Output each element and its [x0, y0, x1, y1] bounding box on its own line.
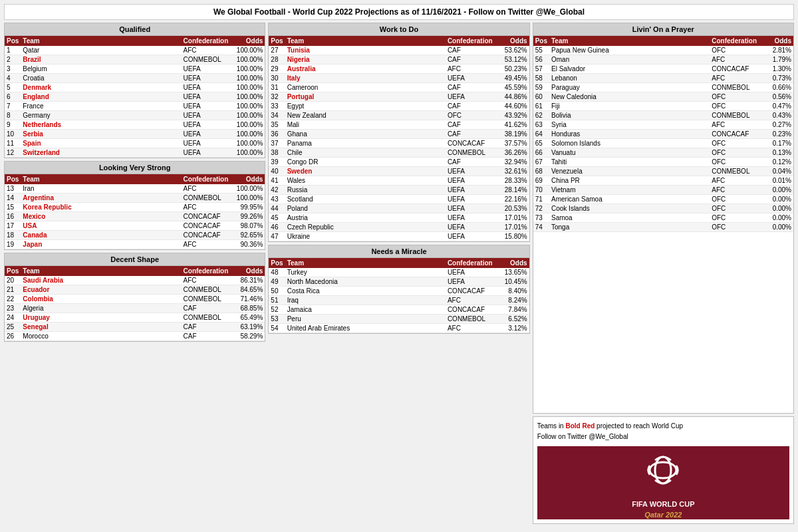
conf-cell: AFC	[710, 55, 759, 65]
pos-cell: 12	[5, 148, 21, 158]
team-cell: Saudi Arabia	[21, 276, 181, 285]
work-to-do-header: Work to Do	[269, 23, 529, 36]
team-cell: Netherlands	[21, 120, 181, 130]
team-cell: Senegal	[21, 323, 181, 332]
conf-cell: OFC	[710, 148, 759, 158]
pos-cell: 35	[269, 120, 285, 130]
table-row: 37 Panama CONCACAF 37.57%	[269, 139, 529, 148]
conf-cell: OFC	[710, 223, 759, 232]
table-row: 61 Fiji OFC 0.47%	[533, 102, 793, 111]
odds-cell: 1.79%	[759, 55, 793, 65]
th-team-q: Team	[21, 36, 181, 46]
odds-cell: 0.66%	[759, 83, 793, 92]
pos-cell: 67	[533, 158, 549, 167]
odds-cell: 37.57%	[495, 139, 529, 148]
pos-cell: 55	[533, 46, 549, 55]
table-row: 19 Japan AFC 90.36%	[5, 240, 265, 249]
odds-cell: 2.81%	[759, 46, 793, 55]
team-cell: Russia	[285, 186, 446, 195]
pos-cell: 53	[269, 315, 285, 324]
table-row: 55 Papua New Guinea OFC 2.81%	[533, 46, 793, 55]
pos-cell: 32	[269, 92, 285, 102]
team-cell: Ecuador	[21, 285, 181, 295]
team-cell: China PR	[549, 176, 710, 186]
odds-cell: 44.60%	[495, 102, 529, 111]
conf-cell: UEFA	[182, 111, 231, 120]
odds-cell: 100.00%	[230, 194, 265, 203]
odds-cell: 100.00%	[230, 184, 265, 194]
odds-cell: 45.59%	[495, 83, 529, 92]
pos-cell: 23	[5, 304, 21, 313]
team-cell: Austria	[285, 213, 446, 223]
odds-cell: 100.00%	[230, 102, 265, 111]
odds-cell: 53.62%	[495, 46, 529, 55]
pos-cell: 2	[5, 55, 21, 65]
table-row: 62 Bolivia CONMEBOL 0.43%	[533, 111, 793, 120]
table-row: 54 United Arab Emirates AFC 3.12%	[269, 324, 529, 333]
team-cell: Congo DR	[285, 158, 446, 167]
pos-cell: 68	[533, 167, 549, 176]
odds-cell: 100.00%	[230, 65, 265, 74]
notes-section: Teams in Bold Red projected to reach Wor…	[533, 416, 794, 524]
table-row: 9 Netherlands UEFA 100.00%	[5, 120, 265, 130]
table-row: 41 Wales UEFA 28.33%	[269, 176, 529, 186]
team-cell: Vanuatu	[549, 148, 710, 158]
team-cell: Japan	[21, 240, 181, 249]
pos-cell: 56	[533, 55, 549, 65]
team-cell: Italy	[285, 74, 446, 83]
team-cell: North Macedonia	[285, 277, 446, 287]
odds-cell: 0.56%	[759, 92, 793, 102]
th-odds-nm: Odds	[495, 258, 529, 268]
pos-cell: 11	[5, 139, 21, 148]
th-odds-lp: Odds	[759, 36, 793, 46]
odds-cell: 22.16%	[495, 195, 529, 204]
team-cell: Honduras	[549, 130, 710, 139]
table-row: 40 Sweden UEFA 32.61%	[269, 167, 529, 176]
table-row: 27 Tunisia CAF 53.62%	[269, 46, 529, 55]
odds-cell: 8.24%	[495, 296, 529, 305]
section-qualified: Qualified Pos Team Confederation Odds 1 …	[4, 23, 265, 158]
pos-cell: 28	[269, 55, 285, 65]
conf-cell: CONMEBOL	[182, 55, 231, 65]
odds-cell: 6.52%	[495, 315, 529, 324]
odds-cell: 99.26%	[230, 212, 265, 221]
table-row: 57 El Salvador CONCACAF 1.30%	[533, 65, 793, 74]
pos-cell: 8	[5, 111, 21, 120]
team-cell: England	[21, 92, 181, 102]
conf-cell: CONMEBOL	[182, 285, 231, 295]
team-cell: Argentina	[21, 194, 181, 203]
conf-cell: UEFA	[182, 102, 231, 111]
conf-cell: CAF	[182, 323, 231, 332]
th-odds-ds: Odds	[230, 266, 265, 276]
team-cell: Morocco	[21, 332, 181, 341]
pos-cell: 4	[5, 74, 21, 83]
odds-cell: 90.36%	[230, 240, 265, 249]
page-wrapper: We Global Football - World Cup 2022 Proj…	[0, 0, 798, 532]
col-3: Livin' On a Prayer Pos Team Confederatio…	[533, 23, 794, 524]
conf-cell: CONMEBOL	[182, 295, 231, 304]
team-cell: Sweden	[285, 167, 446, 176]
th-pos-q: Pos	[5, 36, 21, 46]
pos-cell: 38	[269, 148, 285, 158]
odds-cell: 28.14%	[495, 186, 529, 195]
notes-line2: Follow on Twitter @We_Global	[537, 432, 789, 442]
table-row: 64 Honduras CONCACAF 0.23%	[533, 130, 793, 139]
odds-cell: 0.00%	[759, 204, 793, 213]
th-conf-ds: Confederation	[182, 266, 231, 276]
odds-cell: 0.00%	[759, 223, 793, 232]
team-cell: Mexico	[21, 212, 181, 221]
odds-cell: 7.84%	[495, 305, 529, 315]
pos-cell: 61	[533, 102, 549, 111]
table-row: 5 Denmark UEFA 100.00%	[5, 83, 265, 92]
table-row: 53 Peru CONMEBOL 6.52%	[269, 315, 529, 324]
table-row: 73 Samoa OFC 0.00%	[533, 213, 793, 223]
table-row: 45 Austria UEFA 17.01%	[269, 213, 529, 223]
team-cell: Nigeria	[285, 55, 446, 65]
conf-cell: OFC	[710, 195, 759, 204]
th-team-lp: Team	[549, 36, 710, 46]
odds-cell: 100.00%	[230, 74, 265, 83]
conf-cell: OFC	[710, 204, 759, 213]
conf-cell: CONMEBOL	[182, 313, 231, 323]
th-pos-nm: Pos	[269, 258, 285, 268]
team-cell: Portugal	[285, 92, 446, 102]
